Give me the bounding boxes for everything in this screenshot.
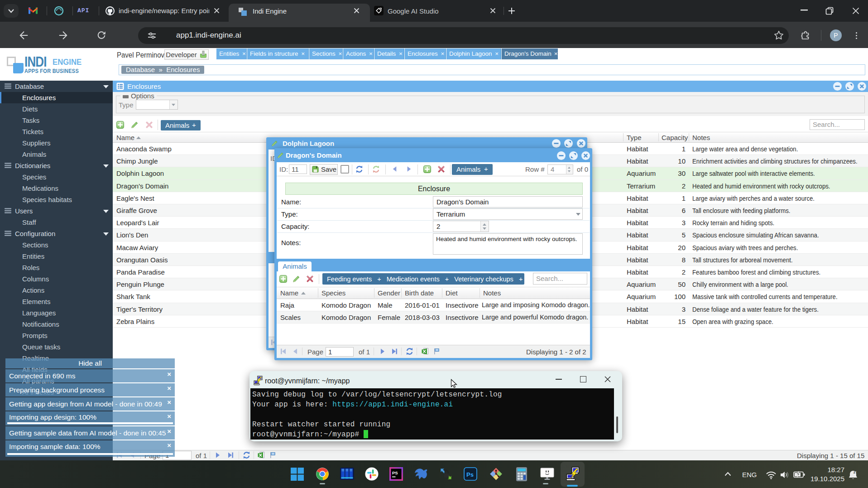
svg-text:z: z (855, 470, 857, 473)
svg-text:Ps: Ps (466, 471, 474, 478)
svg-text:PS: PS (392, 470, 398, 475)
